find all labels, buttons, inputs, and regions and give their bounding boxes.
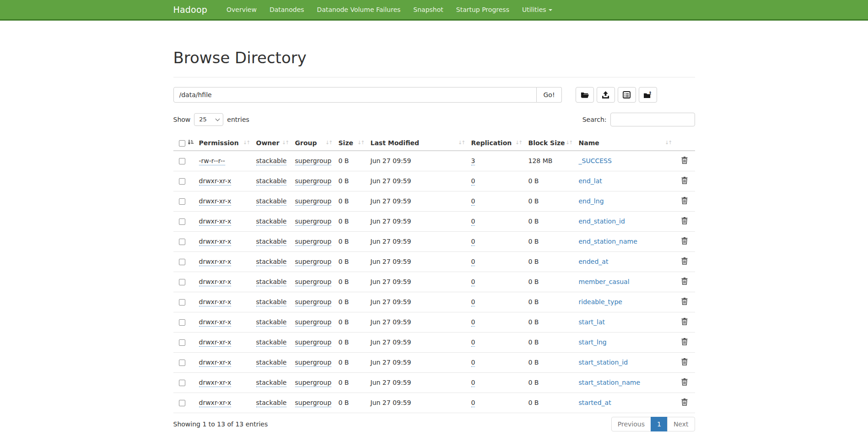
search-input[interactable]	[610, 113, 695, 126]
nav-item-datanodes[interactable]: Datanodes	[263, 0, 311, 19]
delete-button[interactable]	[680, 398, 689, 408]
trash-icon	[681, 380, 688, 387]
replication-value: 0	[471, 238, 475, 246]
row-checkbox[interactable]	[179, 198, 185, 205]
row-checkbox[interactable]	[179, 259, 185, 265]
go-button[interactable]: Go!	[537, 87, 561, 103]
last-modified-value: Jun 27 09:59	[371, 197, 411, 205]
file-name-link[interactable]: start_lng	[579, 338, 607, 346]
delete-button[interactable]	[680, 196, 689, 207]
row-checkbox[interactable]	[179, 299, 185, 306]
nav-item-snapshot[interactable]: Snapshot	[407, 0, 449, 19]
col-header-owner[interactable]: Owner↓↑	[253, 136, 291, 151]
col-header-size[interactable]: Size↓↑	[335, 136, 367, 151]
trash-icon	[681, 239, 688, 246]
table-header-row: Permission↓↑ Owner↓↑ Group↓↑ Size↓↑ Last…	[173, 136, 695, 151]
file-name-link[interactable]: rideable_type	[579, 298, 622, 306]
brand-hadoop[interactable]: Hadoop	[173, 5, 208, 15]
file-name-link[interactable]: start_lat	[579, 318, 605, 326]
owner-value: stackable	[256, 318, 287, 327]
replication-value: 0	[471, 278, 475, 286]
delete-button[interactable]	[680, 156, 689, 166]
last-modified-value: Jun 27 09:59	[371, 379, 411, 386]
last-modified-value: Jun 27 09:59	[371, 399, 411, 406]
row-checkbox[interactable]	[179, 279, 185, 285]
col-header-last-modified[interactable]: Last Modified↓↑	[367, 136, 468, 151]
replication-value: 0	[471, 399, 475, 407]
col-header-name[interactable]: Name↓↑	[575, 136, 674, 151]
group-value: supergroup	[295, 359, 332, 367]
page-size-select[interactable]: 25	[194, 113, 223, 126]
delete-button[interactable]	[680, 236, 689, 247]
list-alt-button[interactable]	[618, 87, 636, 103]
top-navbar: Hadoop OverviewDatanodesDatanode Volume …	[0, 0, 868, 21]
row-checkbox[interactable]	[179, 339, 185, 346]
pagination-next[interactable]: Next	[668, 417, 695, 431]
select-all-checkbox[interactable]	[179, 140, 185, 147]
directory-path-input[interactable]	[173, 87, 537, 103]
group-value: supergroup	[295, 318, 332, 327]
owner-value: stackable	[256, 338, 287, 347]
file-name-link[interactable]: end_lat	[579, 177, 602, 185]
sort-icon: ↓↑	[665, 140, 671, 146]
col-header-permission[interactable]: Permission↓↑	[195, 136, 253, 151]
create-directory-button[interactable]: t	[639, 87, 657, 103]
col-header-block-size[interactable]: Block Size↓↑	[525, 136, 575, 151]
file-name-link[interactable]: ended_at	[579, 258, 609, 265]
show-label: Show	[173, 116, 191, 123]
delete-button[interactable]	[680, 337, 689, 348]
permission-value: drwxr-xr-x	[199, 298, 232, 306]
trash-icon	[681, 179, 688, 186]
nav-item-utilities[interactable]: Utilities	[516, 0, 559, 19]
upload-button[interactable]	[597, 87, 615, 103]
row-checkbox[interactable]	[179, 158, 185, 164]
file-name-link[interactable]: _SUCCESS	[579, 157, 612, 164]
pagination-previous[interactable]: Previous	[611, 417, 651, 431]
block-size-value: 0 B	[528, 359, 539, 366]
delete-button[interactable]	[680, 176, 689, 186]
nav-item-overview[interactable]: Overview	[220, 0, 263, 19]
delete-button[interactable]	[680, 277, 689, 287]
file-name-link[interactable]: end_station_name	[579, 238, 637, 245]
delete-button[interactable]	[680, 317, 689, 327]
row-checkbox[interactable]	[179, 319, 185, 326]
file-name-link[interactable]: end_station_id	[579, 218, 625, 225]
row-checkbox[interactable]	[179, 380, 185, 386]
owner-value: stackable	[256, 399, 287, 407]
col-header-group[interactable]: Group↓↑	[291, 136, 335, 151]
nav-item-datanode-volume-failures[interactable]: Datanode Volume Failures	[311, 0, 407, 19]
row-checkbox[interactable]	[179, 360, 185, 366]
delete-button[interactable]	[680, 357, 689, 368]
delete-button[interactable]	[680, 377, 689, 388]
select-all-header[interactable]	[173, 136, 195, 151]
size-value: 0 B	[339, 399, 349, 406]
file-name-link[interactable]: start_station_id	[579, 359, 628, 366]
list-alt-icon	[623, 91, 631, 98]
row-checkbox[interactable]	[179, 400, 185, 406]
delete-button[interactable]	[680, 297, 689, 307]
row-checkbox[interactable]	[179, 178, 185, 185]
file-name-link[interactable]: end_lng	[579, 197, 604, 205]
last-modified-value: Jun 27 09:59	[371, 278, 411, 285]
file-name-link[interactable]: started_at	[579, 399, 611, 406]
owner-value: stackable	[256, 218, 287, 226]
folder-open-button[interactable]	[576, 87, 594, 103]
replication-value: 0	[471, 177, 475, 186]
delete-button[interactable]	[680, 216, 689, 227]
table-row: drwxr-xr-x stackable supergroup 0 B Jun …	[173, 251, 695, 272]
sort-icon: ↓↑	[566, 140, 572, 146]
permission-value: drwxr-xr-x	[199, 197, 232, 206]
row-checkbox[interactable]	[179, 239, 185, 245]
delete-button[interactable]	[680, 256, 689, 267]
col-header-replication[interactable]: Replication↓↑	[468, 136, 525, 151]
block-size-value: 0 B	[528, 218, 539, 225]
row-checkbox[interactable]	[179, 218, 185, 225]
nav-item-startup-progress[interactable]: Startup Progress	[450, 0, 516, 19]
table-row: drwxr-xr-x stackable supergroup 0 B Jun …	[173, 393, 695, 413]
folder-open-icon	[581, 91, 589, 98]
file-name-link[interactable]: member_casual	[579, 278, 630, 285]
pagination-page-1[interactable]: 1	[651, 417, 668, 431]
caret-down-icon	[549, 9, 552, 11]
file-name-link[interactable]: start_station_name	[579, 379, 641, 386]
trash-icon	[681, 219, 688, 226]
